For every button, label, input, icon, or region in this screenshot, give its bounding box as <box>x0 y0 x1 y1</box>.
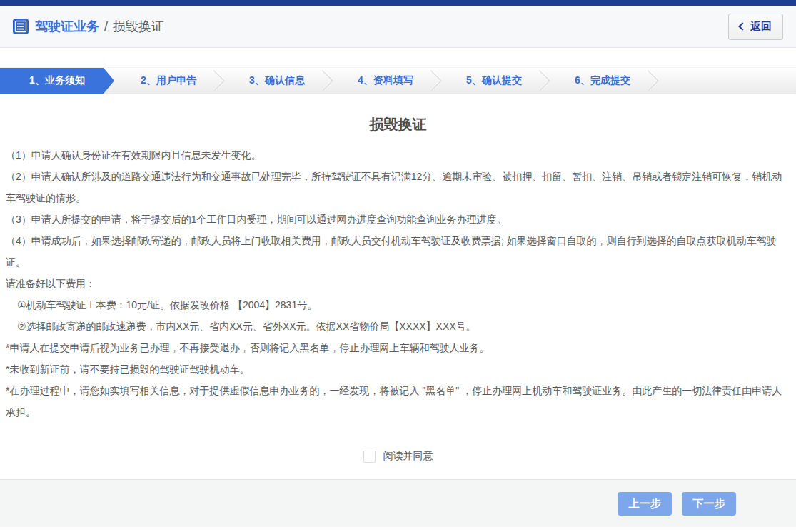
step-tab-label: 6、完成提交 <box>575 74 630 87</box>
step-tab-6[interactable]: 6、完成提交 <box>548 68 657 94</box>
menu-list-icon <box>13 19 29 34</box>
steps-filler <box>657 68 796 94</box>
breadcrumb-current-page: 损毁换证 <box>113 18 164 35</box>
footer-bar: 上一步 下一步 <box>0 479 796 527</box>
breadcrumb-separator: / <box>104 19 108 34</box>
step-tab-5[interactable]: 5、确认提交 <box>440 68 548 94</box>
breadcrumb: 驾驶证业务 / 损毁换证 <box>13 18 164 35</box>
notice-paragraph: *未收到新证前，请不要持已损毁的驾驶证驾驶机动车。 <box>6 358 790 380</box>
page-header: 驾驶证业务 / 损毁换证 返回 <box>0 6 796 48</box>
notice-paragraph: ②选择邮政寄递的邮政速递费，市内XX元、省内XX元、省外XX元。依据XX省物价局… <box>6 316 790 337</box>
notice-paragraph: ①机动车驾驶证工本费：10元/证。依据发改价格 【2004】2831号。 <box>6 294 790 316</box>
page-title: 损毁换证 <box>0 115 796 134</box>
step-tab-label: 1、业务须知 <box>29 74 85 87</box>
main-content: 损毁换证 （1）申请人确认身份证在有效期限内且信息未发生变化。 （2）申请人确认… <box>0 115 796 463</box>
agree-checkbox[interactable] <box>363 451 376 463</box>
next-step-button[interactable]: 下一步 <box>682 492 736 516</box>
notice-paragraph: *在办理过程中，请您如实填写相关信息，对于提供虚假信息申办业务的，一经发现，将被… <box>6 380 790 423</box>
step-tab-2[interactable]: 2、用户申告 <box>114 68 223 94</box>
agreement-row: 阅读并同意 <box>0 450 796 463</box>
notice-paragraph: （1）申请人确认身份证在有效期限内且信息未发生变化。 <box>6 144 790 166</box>
step-tab-label: 5、确认提交 <box>466 74 522 87</box>
notice-paragraph: （3）申请人所提交的申请，将于提交后的1个工作日内受理，期间可以通过网办进度查询… <box>6 209 790 230</box>
top-accent-bar <box>0 0 796 6</box>
back-button[interactable]: 返回 <box>728 14 783 40</box>
step-tab-1[interactable]: 1、业务须知 <box>0 68 114 94</box>
notice-paragraph: （4）申请成功后，如果选择邮政寄递的，邮政人员将上门收取相关费用，邮政人员交付机… <box>6 230 790 273</box>
step-tab-4[interactable]: 4、资料填写 <box>331 68 440 94</box>
prev-step-button[interactable]: 上一步 <box>618 492 672 516</box>
chevron-left-icon <box>738 22 746 30</box>
breadcrumb-service-category[interactable]: 驾驶证业务 <box>35 18 99 35</box>
notice-list: （1）申请人确认身份证在有效期限内且信息未发生变化。 （2）申请人确认所涉及的道… <box>0 144 796 423</box>
agree-label[interactable]: 阅读并同意 <box>383 450 433 463</box>
back-button-label: 返回 <box>750 20 772 34</box>
notice-paragraph: （2）申请人确认所涉及的道路交通违法行为和交通事故已处理完毕，所持驾驶证不具有记… <box>6 166 790 209</box>
notice-paragraph: *申请人在提交申请后视为业务已办理，不再接受退办，否则将记入黑名单，停止办理网上… <box>6 337 790 358</box>
step-progress-bar: 1、业务须知 2、用户申告 3、确认信息 4、资料填写 5、确认提交 6、完成提… <box>0 67 796 94</box>
step-tab-3[interactable]: 3、确认信息 <box>223 68 331 94</box>
step-tab-label: 3、确认信息 <box>249 74 305 87</box>
step-tab-label: 2、用户申告 <box>141 74 196 87</box>
notice-paragraph: 请准备好以下费用： <box>6 273 790 294</box>
step-tab-label: 4、资料填写 <box>358 74 413 87</box>
